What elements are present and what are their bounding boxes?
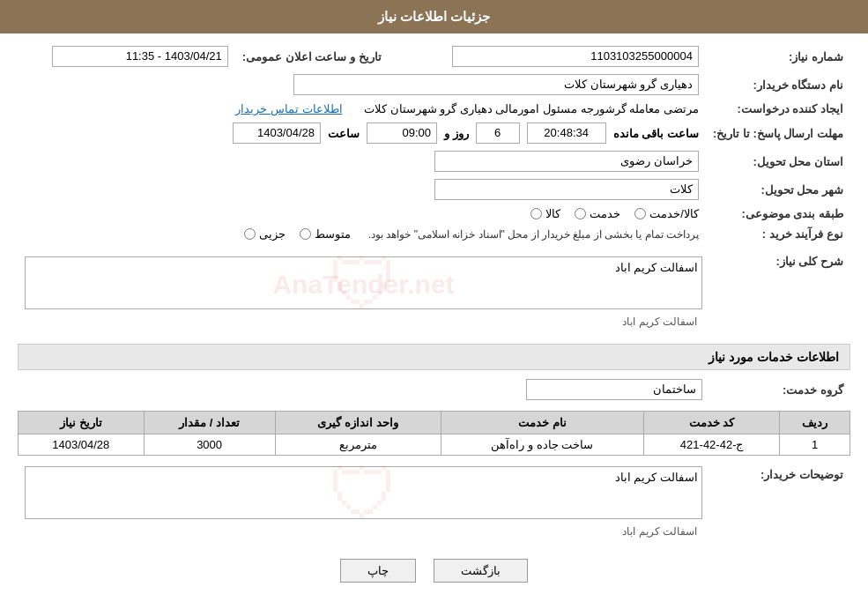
remaining-time: 20:48:34	[527, 123, 606, 144]
category-label: طبقه بندی موضوعی:	[706, 204, 850, 224]
creator-label: ایجاد کننده درخواست:	[706, 99, 850, 119]
radio-service[interactable]: خدمت	[575, 207, 620, 220]
requester-label: نام دستگاه خریدار:	[706, 71, 850, 99]
print-button[interactable]: چاپ	[340, 559, 416, 583]
announce-label: تاریخ و ساعت اعلان عمومی:	[235, 42, 408, 71]
remaining-days: 6	[476, 123, 520, 144]
col-header-unit: واحد اندازه گیری	[275, 412, 441, 434]
page-title: جزئیات اطلاعات نیاز	[378, 9, 490, 24]
col-header-qty: تعداد / مقدار	[144, 412, 275, 434]
purchase-type-label: نوع فرآیند خرید :	[706, 224, 850, 244]
cell-quantity: 3000	[144, 434, 275, 456]
radio-goods-label: کالا	[545, 207, 560, 220]
services-section-title: اطلاعات خدمات مورد نیاز	[18, 344, 850, 370]
creator-value: مرتضی معامله گرشورجه مسئول امورمالی دهیا…	[364, 102, 699, 115]
radio-goods[interactable]: کالا	[530, 207, 560, 220]
deadline-date: 1403/04/28	[233, 123, 321, 144]
remaining-days-label: روز و	[444, 127, 469, 140]
city-label: شهر محل تحویل:	[706, 175, 850, 204]
service-group-value: ساختمان	[526, 379, 702, 400]
cell-row-num: 1	[780, 434, 850, 456]
remaining-suffix: ساعت باقی مانده	[613, 127, 699, 140]
description-display: اسفالت کریم اباد	[25, 312, 702, 331]
col-header-name: نام خدمت	[441, 412, 644, 434]
province-label: استان محل تحویل:	[706, 147, 850, 175]
back-button[interactable]: بازگشت	[434, 559, 528, 583]
radio-service-label: خدمت	[590, 207, 620, 220]
cell-unit: مترمربع	[275, 434, 441, 456]
city-value: کلات	[434, 179, 699, 200]
radio-medium[interactable]: متوسط	[300, 227, 351, 241]
radio-medium-input[interactable]	[300, 228, 311, 240]
process-note: پرداخت تمام یا بخشی از مبلغ خریدار از مح…	[368, 228, 699, 241]
deadline-label: مهلت ارسال پاسخ: تا تاریخ:	[706, 119, 850, 147]
page-header: جزئیات اطلاعات نیاز	[0, 0, 868, 33]
province-value: خراسان رضوی	[434, 151, 699, 172]
cell-service-name: ساخت جاده و راه‌آهن	[441, 434, 644, 456]
description-label: شرح کلی نیاز:	[709, 249, 850, 335]
description-textarea[interactable]	[25, 256, 702, 309]
buyer-notes-display: اسفالت کریم اباد	[25, 522, 702, 541]
contact-link[interactable]: اطلاعات تماس خریدار	[235, 102, 342, 115]
deadline-time: 09:00	[367, 123, 437, 144]
radio-partial-label: جزیی	[259, 227, 286, 241]
buyer-notes-label: توضیحات خریدار:	[709, 463, 850, 545]
cell-date: 1403/04/28	[19, 434, 145, 456]
requester-value: دهیاری گرو شهرستان کلات	[293, 74, 699, 95]
announce-value: 1403/04/21 - 11:35	[52, 46, 228, 67]
radio-goods-service-label: کالا/خدمت	[649, 207, 699, 220]
radio-goods-service-input[interactable]	[634, 208, 646, 219]
buyer-notes-textarea[interactable]	[25, 466, 702, 519]
cell-service-code: ج-42-42-421	[644, 434, 780, 456]
button-row: بازگشت چاپ	[18, 559, 850, 583]
table-row: 1 ج-42-42-421 ساخت جاده و راه‌آهن مترمرب…	[19, 434, 850, 456]
need-number-value: 1103103255000004	[452, 46, 699, 67]
radio-medium-label: متوسط	[315, 227, 351, 241]
services-table: ردیف کد خدمت نام خدمت واحد اندازه گیری ت…	[18, 411, 850, 456]
need-number-label: شماره نیاز:	[706, 42, 850, 71]
col-header-row: ردیف	[780, 412, 850, 434]
radio-partial-input[interactable]	[244, 228, 256, 240]
radio-goods-input[interactable]	[530, 208, 542, 219]
deadline-time-label: ساعت	[328, 127, 360, 140]
col-header-code: کد خدمت	[644, 412, 780, 434]
radio-service-input[interactable]	[575, 208, 586, 219]
col-header-date: تاریخ نیاز	[19, 412, 145, 434]
service-group-label: گروه خدمت:	[709, 375, 850, 404]
radio-partial[interactable]: جزیی	[244, 227, 286, 241]
radio-goods-service[interactable]: کالا/خدمت	[634, 207, 699, 220]
